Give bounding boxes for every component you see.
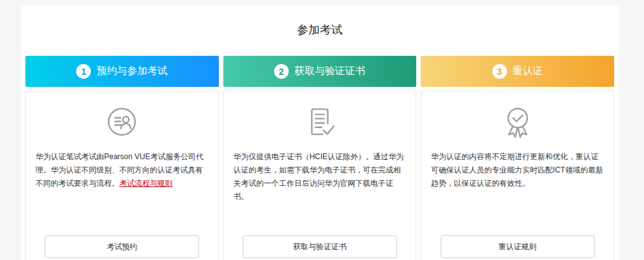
card-description-text: 华为仅提供电子证书（HCIE认证除外）。通过华为认证的考生，如需下载华为电子证书… xyxy=(233,152,404,201)
step-header-recertification: 3 重认证 xyxy=(421,56,614,87)
step-column-recertification: 3 重认证 华为认证的内容将不定期进行更新和优化，重认证可确保认证人员的专业能力… xyxy=(421,56,614,260)
step-header-label: 获取与验证证书 xyxy=(294,65,365,78)
exam-process-rules-link[interactable]: 考试流程与规则 xyxy=(119,179,173,188)
get-verify-certificate-button[interactable]: 获取与验证证书 xyxy=(243,235,397,258)
certificate-document-icon xyxy=(224,101,416,142)
card-description: 华为仅提供电子证书（HCIE认证除外）。通过华为认证的考生，如需下载华为电子证书… xyxy=(224,150,416,204)
step-header-label: 重认证 xyxy=(513,65,543,78)
card-description: 华为认证的内容将不定期进行更新和优化，重认证可确保认证人员的专业能力实时匹配IC… xyxy=(421,150,614,190)
card-description-text: 华为认证的内容将不定期进行更新和优化，重认证可确保认证人员的专业能力实时匹配IC… xyxy=(431,152,603,188)
step-header-certificate: 2 获取与验证证书 xyxy=(223,56,417,87)
step-number-badge: 2 xyxy=(274,64,289,79)
step-number-badge: 3 xyxy=(492,64,507,79)
step-header-label: 预约与参加考试 xyxy=(96,65,168,78)
step-column-certificate: 2 获取与验证证书 华为仅提供电子证书（HCIE认证除外）。通过华为认证的考生，… xyxy=(223,56,417,260)
page-title: 参加考试 xyxy=(21,5,619,56)
medal-check-icon xyxy=(421,101,614,142)
card-description: 华为认证笔试考试由Pearson VUE考试服务公司代理。华为认证不同级别、不同… xyxy=(26,150,218,190)
step-number-badge: 1 xyxy=(76,64,91,79)
steps-row: 1 预约与参加考试 华为认证笔试考试由Pearson VUE考试服务公司代理。华… xyxy=(21,56,619,260)
exam-booking-button[interactable]: 考试预约 xyxy=(45,235,199,258)
step-header-booking: 1 预约与参加考试 xyxy=(25,56,219,87)
content-panel: 参加考试 1 预约与参加考试 xyxy=(21,5,619,260)
recertification-rules-button[interactable]: 重认证规则 xyxy=(440,235,595,258)
step-card-certificate: 华为仅提供电子证书（HCIE认证除外）。通过华为认证的考生，如需下载华为电子证书… xyxy=(223,91,417,260)
step-card-booking: 华为认证笔试考试由Pearson VUE考试服务公司代理。华为认证不同级别、不同… xyxy=(25,91,219,260)
step-column-booking: 1 预约与参加考试 华为认证笔试考试由Pearson VUE考试服务公司代理。华… xyxy=(25,56,219,260)
step-card-recertification: 华为认证的内容将不定期进行更新和优化，重认证可确保认证人员的专业能力实时匹配IC… xyxy=(421,91,614,260)
registration-profile-icon xyxy=(26,101,218,142)
